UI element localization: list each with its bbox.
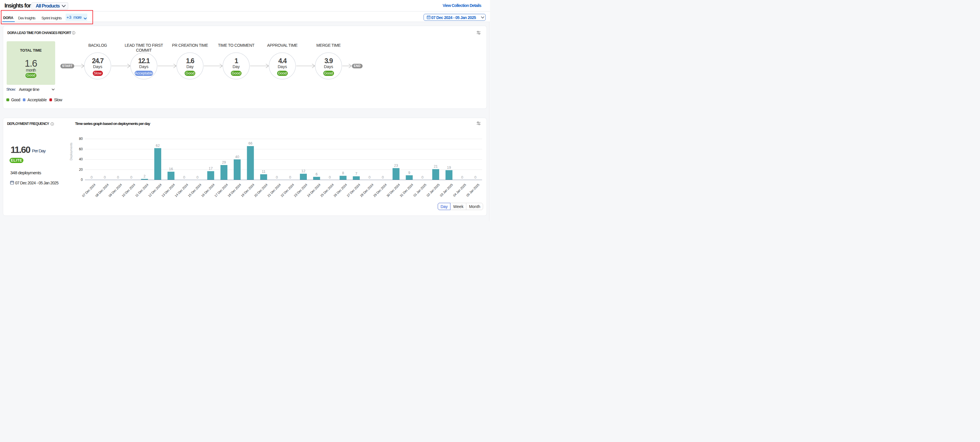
svg-text:0: 0: [130, 176, 132, 179]
svg-text:24 Dec 2024: 24 Dec 2024: [306, 183, 321, 198]
svg-text:0: 0: [104, 176, 106, 179]
svg-text:25 Dec 2024: 25 Dec 2024: [320, 183, 334, 198]
svg-text:19 Dec 2024: 19 Dec 2024: [240, 183, 255, 198]
svg-text:31 Dec 2024: 31 Dec 2024: [399, 183, 414, 198]
svg-text:09 Dec 2024: 09 Dec 2024: [108, 183, 123, 198]
svg-text:80: 80: [79, 137, 83, 141]
svg-text:23: 23: [394, 163, 398, 168]
svg-text:18 Dec 2024: 18 Dec 2024: [227, 183, 242, 198]
svg-text:19: 19: [447, 166, 451, 170]
svg-text:9: 9: [408, 171, 410, 175]
svg-text:29: 29: [222, 160, 226, 165]
svg-text:0: 0: [183, 176, 185, 179]
svg-text:20 Dec 2024: 20 Dec 2024: [253, 183, 268, 198]
svg-text:0: 0: [329, 176, 331, 179]
svg-text:02 Jan 2025: 02 Jan 2025: [426, 183, 440, 197]
svg-text:66: 66: [248, 141, 253, 146]
svg-text:07 Dec 2024: 07 Dec 2024: [81, 183, 96, 198]
svg-text:0: 0: [422, 176, 423, 179]
svg-text:20: 20: [79, 168, 83, 172]
svg-text:10 Dec 2024: 10 Dec 2024: [121, 183, 136, 198]
svg-text:40: 40: [79, 157, 83, 161]
svg-text:28 Dec 2024: 28 Dec 2024: [360, 183, 374, 198]
svg-text:2: 2: [143, 174, 146, 178]
svg-text:0: 0: [474, 176, 476, 179]
svg-text:05 Jan 2025: 05 Jan 2025: [466, 183, 480, 197]
svg-text:21 Dec 2024: 21 Dec 2024: [267, 183, 282, 198]
svg-text:62: 62: [156, 144, 160, 148]
svg-text:16: 16: [169, 167, 173, 171]
svg-text:03 Jan 2025: 03 Jan 2025: [439, 183, 453, 197]
svg-text:40: 40: [235, 155, 239, 159]
svg-text:23 Dec 2024: 23 Dec 2024: [293, 183, 308, 198]
svg-text:21: 21: [434, 165, 438, 168]
svg-text:27 Dec 2024: 27 Dec 2024: [346, 183, 361, 198]
svg-text:0: 0: [117, 176, 119, 179]
svg-text:12 Dec 2024: 12 Dec 2024: [148, 183, 162, 198]
svg-text:0: 0: [196, 176, 199, 179]
svg-text:0: 0: [81, 178, 83, 182]
svg-text:6: 6: [315, 172, 318, 176]
svg-text:14 Dec 2024: 14 Dec 2024: [174, 183, 189, 198]
svg-text:30 Dec 2024: 30 Dec 2024: [386, 183, 401, 198]
svg-text:12: 12: [301, 169, 305, 173]
svg-text:Deployments: Deployments: [69, 143, 73, 160]
svg-text:29 Dec 2024: 29 Dec 2024: [373, 183, 387, 198]
svg-text:16 Dec 2024: 16 Dec 2024: [200, 183, 215, 198]
svg-text:0: 0: [369, 176, 371, 179]
svg-text:0: 0: [91, 176, 92, 179]
svg-text:15 Dec 2024: 15 Dec 2024: [187, 183, 202, 198]
svg-text:8: 8: [342, 171, 344, 175]
svg-text:17 Dec 2024: 17 Dec 2024: [214, 183, 229, 198]
svg-text:7: 7: [355, 172, 357, 176]
svg-text:01 Jan 2025: 01 Jan 2025: [412, 183, 427, 197]
svg-text:0: 0: [289, 176, 291, 179]
svg-text:0: 0: [461, 176, 463, 179]
svg-text:0: 0: [382, 176, 384, 179]
svg-text:17: 17: [208, 166, 213, 171]
svg-text:22 Dec 2024: 22 Dec 2024: [280, 183, 295, 198]
svg-text:11: 11: [262, 170, 266, 174]
svg-text:26 Dec 2024: 26 Dec 2024: [333, 183, 348, 198]
svg-text:11 Dec 2024: 11 Dec 2024: [134, 183, 149, 198]
svg-text:04 Jan 2025: 04 Jan 2025: [452, 183, 467, 197]
svg-text:60: 60: [79, 147, 83, 151]
svg-text:08 Dec 2024: 08 Dec 2024: [94, 183, 109, 198]
svg-text:13 Dec 2024: 13 Dec 2024: [161, 183, 175, 198]
svg-text:0: 0: [276, 176, 278, 179]
